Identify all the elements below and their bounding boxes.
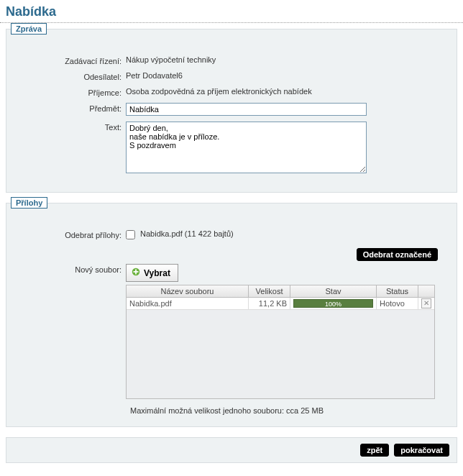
cell-name: Nabidka.pdf (127, 298, 249, 309)
procurement-value: Nákup výpočetní techniky (126, 55, 445, 64)
back-button[interactable]: zpět (360, 444, 389, 457)
text-textarea[interactable] (126, 122, 367, 173)
table-row: Nabidka.pdf 11,2 KB 100% Hotovo ✕ (127, 298, 434, 310)
cell-size: 11,2 KB (249, 298, 290, 309)
grid-header: Název souboru Velikost Stav Status (127, 285, 434, 298)
select-file-label: Vybrat (144, 268, 170, 278)
header-del (418, 285, 434, 297)
page-title: Nabídka (0, 0, 463, 23)
delete-row-button[interactable]: ✕ (421, 298, 431, 308)
recipient-label: Příjemce: (18, 87, 126, 97)
remove-selected-button[interactable]: Odebrat označené (357, 248, 438, 261)
header-state: Stav (290, 285, 377, 297)
cell-status: Hotovo (377, 298, 418, 309)
sender-label: Odesílatel: (18, 71, 126, 81)
message-panel: Zpráva Zadávací řízení: Nákup výpočetní … (6, 29, 457, 193)
header-name: Název souboru (127, 285, 249, 297)
procurement-label: Zadávací řízení: (18, 55, 126, 65)
upload-grid: Název souboru Velikost Stav Status Nabid… (126, 285, 435, 399)
attachment-file-label: Nabidka.pdf (11 422 bajtů) (140, 229, 234, 238)
select-file-button[interactable]: Vybrat (126, 264, 178, 282)
attachments-panel: Přílohy Odebrat přílohy: Nabidka.pdf (11… (6, 203, 457, 427)
subject-input[interactable] (126, 103, 367, 116)
remove-attach-label: Odebrat přílohy: (18, 229, 126, 239)
header-size: Velikost (249, 285, 290, 297)
add-icon (131, 267, 141, 279)
svg-rect-2 (134, 271, 139, 273)
subject-label: Předmět: (18, 103, 126, 113)
recipient-value: Osoba zodpovědná za příjem elektronickýc… (126, 87, 445, 96)
attachment-checkbox[interactable] (126, 230, 135, 239)
size-hint: Maximální možná velikost jednoho souboru… (130, 406, 445, 415)
attachment-checkbox-row[interactable]: Nabidka.pdf (11 422 bajtů) (126, 229, 234, 238)
sender-value: Petr Dodavatel6 (126, 71, 445, 80)
continue-button[interactable]: pokračovat (394, 444, 449, 457)
header-status: Status (377, 285, 418, 297)
message-legend: Zpráva (11, 23, 47, 35)
attachments-legend: Přílohy (11, 197, 47, 209)
footer-bar: zpět pokračovat (6, 437, 457, 463)
text-label: Text: (18, 122, 126, 132)
new-file-label: Nový soubor: (18, 264, 126, 274)
progress-bar: 100% (293, 299, 373, 308)
